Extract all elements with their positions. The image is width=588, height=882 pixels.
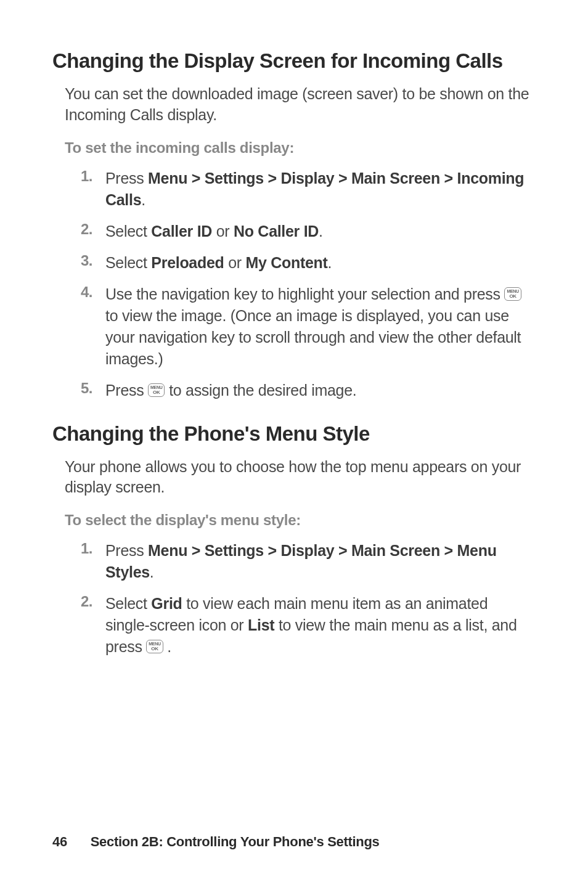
step-number: 1. bbox=[81, 168, 105, 185]
step-number: 2. bbox=[81, 221, 105, 238]
step-text: Select Caller ID or No Caller ID. bbox=[105, 221, 536, 242]
list-item: 1. Press Menu > Settings > Display > Mai… bbox=[81, 168, 536, 211]
menu-ok-icon: MENUOK bbox=[504, 287, 521, 301]
step-number: 3. bbox=[81, 252, 105, 269]
heading-menu-style: Changing the Phone's Menu Style bbox=[52, 422, 536, 446]
heading-incoming-calls: Changing the Display Screen for Incoming… bbox=[52, 49, 536, 73]
list-item: 2. Select Caller ID or No Caller ID. bbox=[81, 221, 536, 242]
step-text: Select Preloaded or My Content. bbox=[105, 252, 536, 274]
list-item: 5. Press MENUOK to assign the desired im… bbox=[81, 380, 536, 401]
intro-text-2: Your phone allows you to choose how the … bbox=[65, 457, 536, 499]
step-text: Select Grid to view each main menu item … bbox=[105, 593, 536, 658]
list-item: 1. Press Menu > Settings > Display > Mai… bbox=[81, 540, 536, 583]
footer-title: Section 2B: Controlling Your Phone's Set… bbox=[91, 834, 380, 849]
menu-ok-icon: MENUOK bbox=[146, 640, 163, 653]
step-number: 4. bbox=[81, 284, 105, 301]
steps-list-1: 1. Press Menu > Settings > Display > Mai… bbox=[81, 168, 536, 401]
step-text: Use the navigation key to highlight your… bbox=[105, 284, 536, 370]
step-text: Press Menu > Settings > Display > Main S… bbox=[105, 168, 536, 211]
intro-text-1: You can set the downloaded image (screen… bbox=[65, 84, 536, 126]
step-text: Press MENUOK to assign the desired image… bbox=[105, 380, 536, 401]
step-number: 5. bbox=[81, 380, 105, 397]
step-number: 1. bbox=[81, 540, 105, 557]
step-number: 2. bbox=[81, 593, 105, 610]
subheading-1: To set the incoming calls display: bbox=[65, 139, 536, 157]
subheading-2: To select the display's menu style: bbox=[65, 512, 536, 529]
list-item: 3. Select Preloaded or My Content. bbox=[81, 252, 536, 274]
page-number: 46 bbox=[52, 834, 67, 849]
menu-ok-icon: MENUOK bbox=[148, 383, 165, 397]
list-item: 4. Use the navigation key to highlight y… bbox=[81, 284, 536, 370]
steps-list-2: 1. Press Menu > Settings > Display > Mai… bbox=[81, 540, 536, 658]
step-text: Press Menu > Settings > Display > Main S… bbox=[105, 540, 536, 583]
list-item: 2. Select Grid to view each main menu it… bbox=[81, 593, 536, 658]
page-footer: 46 Section 2B: Controlling Your Phone's … bbox=[52, 834, 380, 850]
